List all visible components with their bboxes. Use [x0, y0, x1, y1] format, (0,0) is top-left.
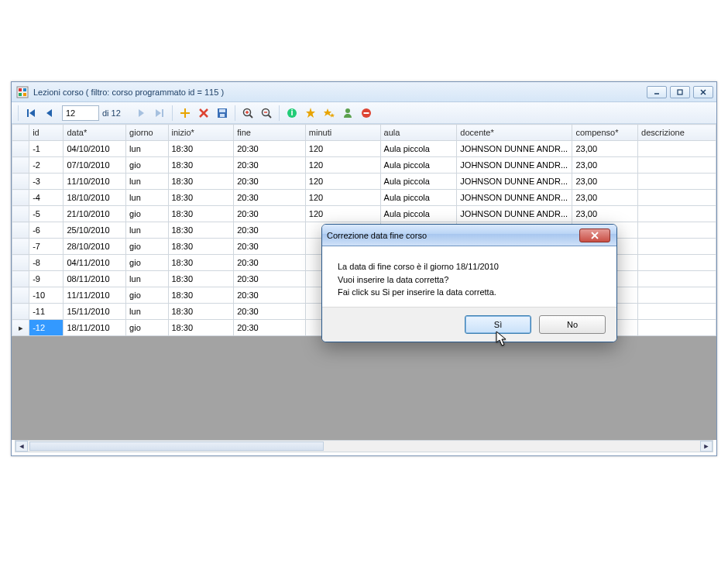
dialog-titlebar[interactable]: Correzione data fine corso [322, 225, 616, 246]
cell-data[interactable]: 04/11/2010 [64, 255, 126, 271]
cell-data[interactable]: 18/11/2010 [64, 320, 126, 336]
cell-giorno[interactable]: lun [126, 174, 168, 190]
cell-compenso[interactable]: 23,00 [572, 190, 638, 206]
user-button[interactable] [338, 104, 357, 122]
cell-minuti[interactable]: 120 [305, 157, 380, 174]
cell-fine[interactable]: 20:30 [234, 304, 306, 320]
cell-fine[interactable]: 20:30 [234, 271, 306, 287]
cell-giorno[interactable]: gio [126, 206, 168, 222]
delete-button[interactable] [194, 104, 213, 122]
cell-giorno[interactable]: lun [126, 141, 168, 157]
cell-descrizione[interactable] [638, 157, 716, 174]
cell-inizio[interactable]: 18:30 [168, 190, 234, 206]
cell-data[interactable]: 07/10/2010 [64, 157, 126, 174]
cell-fine[interactable]: 20:30 [234, 239, 306, 255]
remove-user-button[interactable] [357, 104, 376, 122]
col-compenso[interactable]: compenso* [572, 125, 638, 141]
cell-inizio[interactable]: 18:30 [168, 141, 234, 157]
cell-minuti[interactable]: 120 [305, 190, 380, 206]
cell-data[interactable]: 18/10/2010 [64, 190, 126, 206]
cell-inizio[interactable]: 18:30 [168, 239, 234, 255]
titlebar[interactable]: Lezioni corso ( filtro: corso programmat… [12, 82, 716, 102]
cell-data[interactable]: 25/10/2010 [64, 222, 126, 239]
col-docente[interactable]: docente* [457, 125, 572, 141]
cell-id[interactable]: -6 [29, 222, 64, 239]
cell-giorno[interactable]: gio [126, 320, 168, 336]
save-button[interactable] [213, 104, 232, 122]
cell-id[interactable]: -12 [29, 320, 64, 336]
cell-data[interactable]: 21/10/2010 [64, 206, 126, 222]
col-inizio[interactable]: inizio* [168, 125, 234, 141]
cell-descrizione[interactable] [638, 255, 716, 271]
nav-prev-button[interactable] [40, 104, 59, 122]
row-header[interactable] [12, 239, 29, 255]
row-header[interactable] [12, 206, 29, 222]
cell-inizio[interactable]: 18:30 [168, 255, 234, 271]
scroll-thumb[interactable] [29, 442, 324, 451]
cell-data[interactable]: 28/10/2010 [64, 239, 126, 255]
table-row[interactable]: -207/10/2010gio18:3020:30120Aula piccola… [12, 157, 716, 174]
cell-descrizione[interactable] [638, 320, 716, 336]
nav-first-button[interactable] [22, 104, 40, 122]
wizard-button[interactable] [301, 104, 320, 122]
cell-fine[interactable]: 20:30 [234, 174, 306, 190]
dialog-close-button[interactable] [579, 229, 610, 242]
cell-docente[interactable]: JOHNSON DUNNE ANDR... [457, 190, 572, 206]
cell-docente[interactable]: JOHNSON DUNNE ANDR... [457, 141, 572, 157]
cell-fine[interactable]: 20:30 [234, 190, 306, 206]
zoom-out-button[interactable] [257, 104, 276, 122]
col-minuti[interactable]: minuti [305, 125, 380, 141]
cell-inizio[interactable]: 18:30 [168, 304, 234, 320]
cell-giorno[interactable]: lun [126, 190, 168, 206]
cell-minuti[interactable]: 120 [305, 206, 380, 222]
cell-data[interactable]: 11/10/2010 [64, 174, 126, 190]
record-position-input[interactable] [62, 105, 99, 121]
cell-id[interactable]: -4 [29, 190, 64, 206]
zoom-in-button[interactable] [239, 104, 257, 122]
cell-fine[interactable]: 20:30 [234, 157, 306, 174]
table-row[interactable]: -311/10/2010lun18:3020:30120Aula piccola… [12, 174, 716, 190]
dialog-no-button[interactable]: No [539, 315, 606, 334]
cell-aula[interactable]: Aula piccola [380, 157, 457, 174]
row-header[interactable] [12, 271, 29, 287]
col-fine[interactable]: fine [234, 125, 306, 141]
col-descrizione[interactable]: descrizione [638, 125, 716, 141]
cell-aula[interactable]: Aula piccola [380, 190, 457, 206]
cell-id[interactable]: -3 [29, 174, 64, 190]
cell-inizio[interactable]: 18:30 [168, 157, 234, 174]
nav-last-button[interactable] [150, 104, 169, 122]
cell-descrizione[interactable] [638, 206, 716, 222]
cell-descrizione[interactable] [638, 174, 716, 190]
cell-fine[interactable]: 20:30 [234, 141, 306, 157]
cell-giorno[interactable]: lun [126, 271, 168, 287]
table-row[interactable]: -418/10/2010lun18:3020:30120Aula piccola… [12, 190, 716, 206]
cell-inizio[interactable]: 18:30 [168, 206, 234, 222]
cell-data[interactable]: 08/11/2010 [64, 271, 126, 287]
cell-fine[interactable]: 20:30 [234, 222, 306, 239]
add-new-button[interactable] [176, 104, 194, 122]
col-aula[interactable]: aula [380, 125, 457, 141]
cell-id[interactable]: -7 [29, 239, 64, 255]
cell-minuti[interactable]: 120 [305, 141, 380, 157]
cell-compenso[interactable]: 23,00 [572, 157, 638, 174]
table-row[interactable]: -104/10/2010lun18:3020:30120Aula piccola… [12, 141, 716, 157]
cell-giorno[interactable]: lun [126, 304, 168, 320]
horizontal-scrollbar[interactable]: ◄ ► [15, 440, 713, 452]
cell-aula[interactable]: Aula piccola [380, 141, 457, 157]
cell-id[interactable]: -5 [29, 206, 64, 222]
cell-docente[interactable]: JOHNSON DUNNE ANDR... [457, 206, 572, 222]
cell-id[interactable]: -11 [29, 304, 64, 320]
cell-inizio[interactable]: 18:30 [168, 287, 234, 304]
row-header[interactable] [12, 157, 29, 174]
row-header[interactable] [12, 141, 29, 157]
cell-id[interactable]: -9 [29, 271, 64, 287]
scroll-right-button[interactable]: ► [700, 441, 713, 452]
cell-descrizione[interactable] [638, 141, 716, 157]
wizard-alt-button[interactable] [320, 104, 338, 122]
close-button[interactable] [693, 86, 713, 98]
row-header[interactable] [12, 287, 29, 304]
row-header[interactable] [12, 222, 29, 239]
info-button[interactable]: i [283, 104, 301, 122]
cell-fine[interactable]: 20:30 [234, 206, 306, 222]
cell-giorno[interactable]: gio [126, 239, 168, 255]
